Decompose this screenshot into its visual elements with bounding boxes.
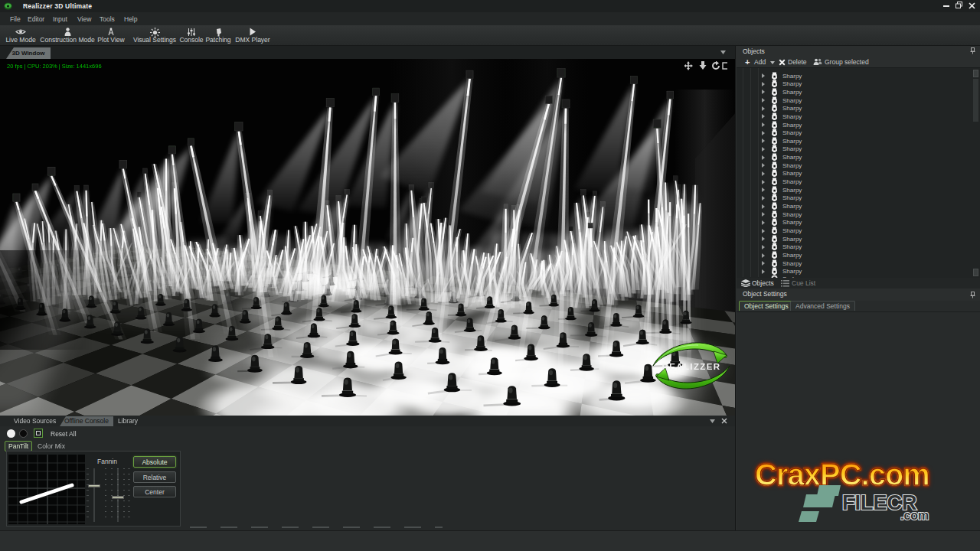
svg-text:.com: .com xyxy=(900,509,929,522)
svg-text:REALIZZER: REALIZZER xyxy=(662,362,720,371)
